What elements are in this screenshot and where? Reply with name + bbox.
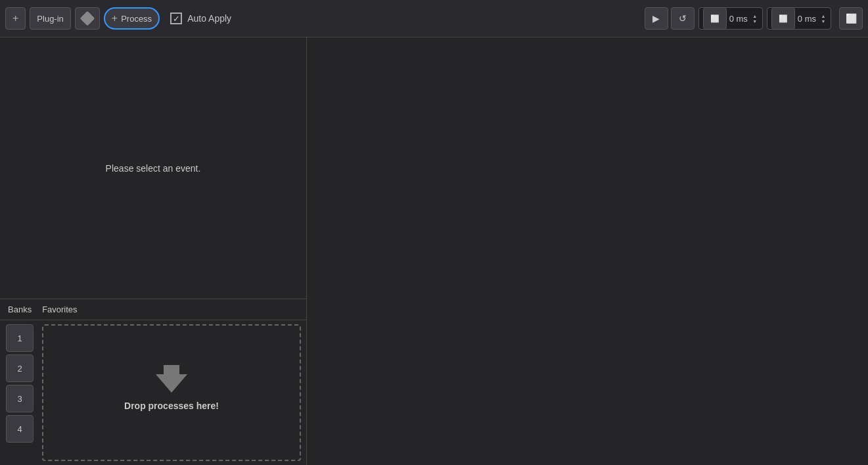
spin-down-1[interactable]: ▼ — [752, 19, 758, 24]
banks-content: 1 2 3 4 Drop processes here! — [0, 320, 306, 465]
spin-up-2[interactable]: ▲ — [820, 14, 827, 18]
auto-apply-group: Auto Apply — [170, 12, 231, 24]
layout-button[interactable]: ⬜ — [839, 7, 863, 30]
diamond-icon — [80, 11, 95, 26]
bank-numbers-list: 1 2 3 4 — [0, 320, 39, 465]
main-content: Please select an event. Banks Favorites … — [0, 37, 868, 465]
time-spinner-2[interactable]: ▲ ▼ — [820, 14, 827, 24]
bank-btn-4[interactable]: 4 — [6, 415, 34, 443]
drop-arrow-icon — [156, 374, 187, 393]
time-group-1: ⬜ 0 ms ▲ ▼ — [698, 7, 763, 30]
spin-up-1[interactable]: ▲ — [752, 14, 758, 18]
play-button[interactable]: ▶ — [645, 7, 668, 30]
banks-tabs-bar: Banks Favorites — [0, 299, 306, 320]
bank-btn-1[interactable]: 1 — [6, 324, 34, 352]
process-label: Process — [121, 14, 152, 24]
bank-btn-2[interactable]: 2 — [6, 355, 34, 382]
auto-apply-checkbox[interactable] — [170, 12, 182, 24]
transport-group: ▶ ↺ — [645, 7, 695, 30]
time-value-1: 0 ms — [729, 14, 748, 24]
undo-button[interactable]: ↺ — [671, 7, 695, 30]
diamond-button[interactable] — [75, 7, 100, 30]
layout-icon: ⬜ — [846, 13, 857, 24]
event-message-area: Please select an event. — [0, 37, 306, 299]
time-icon-1[interactable]: ⬜ — [703, 7, 727, 30]
add-process-button[interactable]: + Process — [104, 7, 160, 30]
add-button[interactable]: + — [5, 7, 26, 30]
time-group-2: ⬜ 0 ms ▲ ▼ — [767, 7, 831, 30]
add-icon: + — [12, 13, 18, 24]
time-value-2: 0 ms — [798, 14, 816, 24]
process-add-icon: + — [112, 13, 118, 24]
play-icon: ▶ — [652, 13, 660, 24]
right-panel — [307, 37, 868, 465]
undo-icon: ↺ — [679, 13, 687, 24]
plugin-label: Plug-in — [37, 14, 63, 24]
auto-apply-label: Auto Apply — [187, 13, 231, 24]
drop-zone[interactable]: Drop processes here! — [42, 324, 301, 461]
toolbar: + Plug-in + Process Auto Apply ▶ ↺ ⬜ 0 m… — [0, 0, 868, 37]
spin-down-2[interactable]: ▼ — [820, 19, 827, 24]
time-icon-2[interactable]: ⬜ — [771, 7, 795, 30]
left-panel: Please select an event. Banks Favorites … — [0, 37, 307, 465]
time-spinner-1[interactable]: ▲ ▼ — [752, 14, 758, 24]
tab-favorites[interactable]: Favorites — [42, 303, 77, 316]
bank-btn-3[interactable]: 3 — [6, 385, 34, 412]
drop-label: Drop processes here! — [124, 401, 219, 411]
tab-banks[interactable]: Banks — [8, 303, 32, 316]
plugin-button[interactable]: Plug-in — [30, 7, 70, 30]
event-message: Please select an event. — [106, 163, 201, 174]
